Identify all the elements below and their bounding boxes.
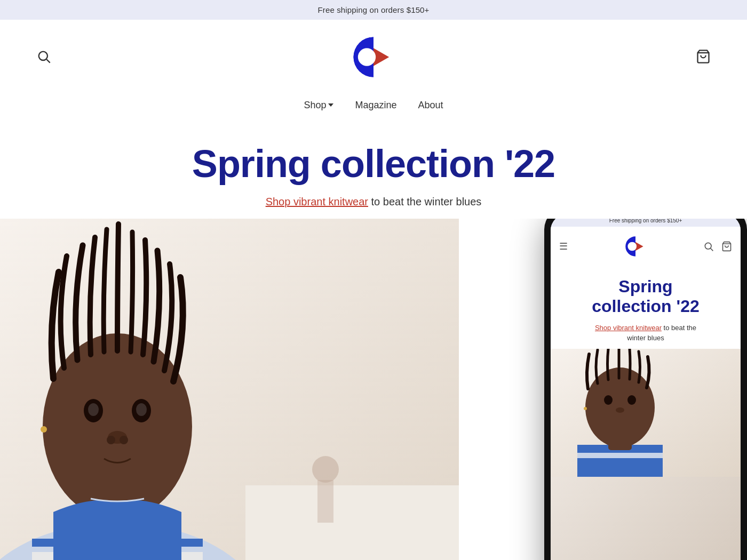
phone-search-icon[interactable] — [703, 241, 714, 252]
hero-subtitle: Shop vibrant knitwear to beat the winter… — [11, 196, 736, 208]
svg-point-35 — [616, 407, 624, 413]
svg-point-20 — [41, 426, 47, 433]
header-right — [692, 45, 715, 70]
svg-point-19 — [120, 436, 128, 444]
nav-item-shop[interactable]: Shop — [304, 100, 333, 111]
phone-announcement-bar: Free shipping on orders $150+ — [551, 219, 741, 227]
phone-announcement-text: Free shipping on orders $150+ — [609, 219, 682, 223]
svg-line-1 — [46, 59, 50, 62]
search-icon — [36, 49, 51, 64]
svg-rect-30 — [577, 453, 663, 458]
phone-hero-link[interactable]: Shop vibrant knitwear — [595, 324, 662, 332]
announcement-bar: Free shipping on orders $150+ — [0, 0, 747, 20]
phone-header-icons — [703, 241, 732, 252]
announcement-text: Free shipping on orders $150+ — [317, 5, 429, 14]
phone-header: ☰ — [551, 227, 741, 266]
hero-image — [0, 219, 459, 560]
navigation: Shop Magazine About — [0, 94, 747, 122]
svg-line-26 — [711, 249, 713, 251]
svg-point-34 — [627, 395, 636, 405]
phone-cart-icon[interactable] — [721, 241, 732, 252]
phone-screen: Free shipping on orders $150+ ☰ — [551, 219, 741, 560]
cart-icon — [696, 49, 711, 64]
brand-logo — [347, 30, 400, 84]
cart-button[interactable] — [692, 45, 715, 70]
header-left — [32, 45, 55, 70]
svg-rect-21 — [245, 485, 459, 560]
chevron-down-icon — [328, 103, 333, 107]
hero-title: Spring collection '22 — [11, 143, 736, 185]
person-illustration — [0, 219, 459, 560]
phone-hero-title: Springcollection '22 — [559, 277, 732, 316]
main-content: Free shipping on orders $150+ ☰ — [0, 219, 747, 560]
header — [0, 20, 747, 94]
phone-hero-subtitle: Shop vibrant knitwear to beat thewinter … — [559, 323, 732, 343]
svg-point-3 — [358, 48, 376, 66]
nav-item-about[interactable]: About — [418, 100, 443, 111]
svg-point-36 — [584, 407, 587, 410]
svg-point-15 — [88, 403, 99, 416]
svg-point-25 — [705, 243, 711, 250]
phone-hero-image — [551, 349, 741, 560]
svg-point-16 — [136, 403, 147, 416]
svg-point-33 — [604, 395, 613, 405]
phone-mockup: Free shipping on orders $150+ ☰ — [544, 219, 747, 560]
hamburger-icon[interactable]: ☰ — [559, 241, 568, 252]
search-button[interactable] — [32, 45, 55, 70]
phone-person-illustration — [551, 349, 741, 477]
hero-section: Spring collection '22 Shop vibrant knitw… — [0, 122, 747, 219]
svg-point-0 — [39, 51, 47, 60]
svg-point-24 — [627, 242, 637, 251]
phone-hero-section: Springcollection '22 Shop vibrant knitwe… — [551, 266, 741, 349]
hero-link[interactable]: Shop vibrant knitwear — [266, 196, 368, 207]
svg-point-18 — [107, 436, 115, 444]
svg-rect-23 — [317, 480, 333, 523]
logo[interactable] — [347, 30, 400, 84]
svg-point-22 — [312, 456, 339, 483]
hero-subtitle-text: to beat the winter blues — [368, 196, 481, 207]
phone-logo[interactable] — [622, 233, 649, 260]
nav-item-magazine[interactable]: Magazine — [355, 100, 396, 111]
